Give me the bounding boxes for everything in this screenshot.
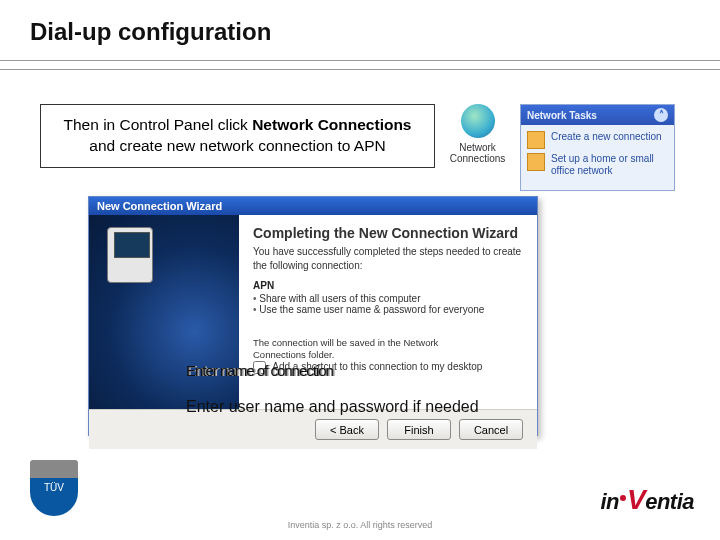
- top-row: Then in Control Panel click Network Conn…: [40, 104, 690, 191]
- instruction-line2: and create new network connection to APN: [55, 136, 420, 157]
- back-button[interactable]: < Back: [315, 419, 379, 440]
- task-item-create[interactable]: Create a new connection: [527, 131, 668, 149]
- badge-top: [30, 460, 78, 478]
- finish-button[interactable]: Finish: [387, 419, 451, 440]
- wizard-heading: Completing the New Connection Wizard: [253, 225, 523, 241]
- tuv-badge: TÜV: [30, 460, 78, 516]
- network-icon: [527, 153, 545, 171]
- globe-icon: [461, 104, 495, 138]
- divider: [0, 69, 720, 70]
- inventia-logo: inVentia: [600, 484, 694, 516]
- page-header: Dial-up configuration: [0, 0, 720, 52]
- overlay-text-1: Enter name of connection: [186, 362, 333, 379]
- chevron-up-icon[interactable]: ˄: [654, 108, 668, 122]
- wizard-sidebar: [89, 215, 239, 409]
- logo-v: V: [627, 484, 645, 515]
- logo-pre: in: [600, 489, 619, 514]
- task-item-setup-home[interactable]: Set up a home or small office network: [527, 153, 668, 176]
- apn-title: APN: [253, 280, 523, 291]
- wizard-body-text: You have successfully completed the step…: [253, 245, 523, 272]
- wizard-saved-line1: The connection will be saved in the Netw…: [253, 337, 523, 349]
- wizard-titlebar: New Connection Wizard: [89, 197, 537, 215]
- tasks-pane-title: Network Tasks: [527, 110, 597, 121]
- wizard-saved-line2: Connections folder.: [253, 349, 523, 361]
- dot-icon: [620, 495, 626, 501]
- copyright: Inventia sp. z o.o. All rights reserved: [0, 520, 720, 530]
- overlay-text-2: Enter user name and password if needed: [186, 398, 479, 416]
- wizard-bullet: Use the same user name & password for ev…: [253, 304, 523, 315]
- tasks-pane-header[interactable]: Network Tasks ˄: [521, 105, 674, 125]
- task-label: Create a new connection: [551, 131, 662, 149]
- wizard-title: New Connection Wizard: [97, 200, 222, 212]
- instruction-prefix: Then in Control Panel click: [64, 116, 253, 133]
- divider: [0, 60, 720, 61]
- device-icon: [107, 227, 153, 283]
- task-label: Set up a home or small office network: [551, 153, 668, 176]
- network-tasks-pane: Network Tasks ˄ Create a new connection …: [520, 104, 675, 191]
- wizard-bullet: Share with all users of this computer: [253, 293, 523, 304]
- nc-icon-label: Network Connections: [445, 142, 510, 164]
- wizard-icon: [527, 131, 545, 149]
- instruction-box: Then in Control Panel click Network Conn…: [40, 104, 435, 168]
- logo-post: entia: [645, 489, 694, 514]
- wizard-content: Completing the New Connection Wizard You…: [239, 215, 537, 409]
- badge-bottom: TÜV: [30, 478, 78, 516]
- page-title: Dial-up configuration: [30, 18, 720, 46]
- cancel-button[interactable]: Cancel: [459, 419, 523, 440]
- instruction-bold: Network Connections: [252, 116, 411, 133]
- network-connections-icon[interactable]: Network Connections: [445, 104, 510, 164]
